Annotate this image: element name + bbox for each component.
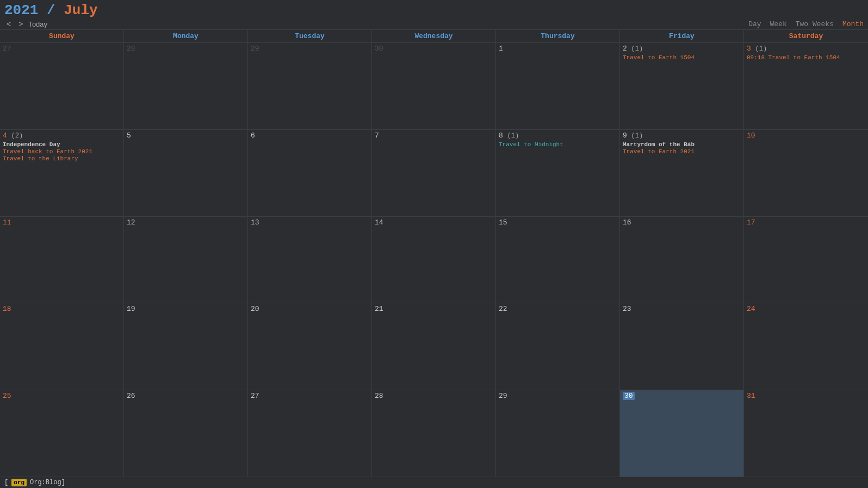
title-year: 2021 — [4, 2, 38, 18]
calendar: Sunday Monday Tuesday Wednesday Thursday… — [0, 29, 868, 477]
day-cell[interactable]: 5 — [124, 130, 248, 216]
day-cell[interactable]: 26 — [124, 390, 248, 477]
view-week[interactable]: Week — [770, 20, 787, 28]
day-cell[interactable]: 16 — [620, 217, 744, 303]
day-cell[interactable]: 24 — [744, 303, 868, 390]
nav-left: < > Today — [4, 20, 47, 28]
day-cell[interactable]: 19 — [124, 303, 248, 390]
day-cell-today[interactable]: 30 — [620, 390, 744, 477]
day-cell[interactable]: 18 — [0, 303, 124, 390]
header: 2021 / July < > Today Day Week Two Weeks… — [0, 0, 868, 29]
day-cell[interactable]: 3 (1) 09:18 Travel to Earth 1504 — [744, 43, 868, 129]
header-saturday: Saturday — [744, 30, 868, 42]
header-friday: Friday — [620, 30, 744, 42]
day-cell[interactable]: 4 (2) Independence Day Travel back to Ea… — [0, 130, 124, 216]
day-cell[interactable]: 28 — [124, 43, 248, 129]
event-item[interactable]: Travel to Midnight — [499, 141, 617, 148]
day-cell[interactable]: 7 — [372, 130, 496, 216]
day-cell[interactable]: 6 — [248, 130, 372, 216]
day-cell[interactable]: 11 — [0, 217, 124, 303]
day-cell[interactable]: 8 (1) Travel to Midnight — [496, 130, 620, 216]
header-thursday: Thursday — [496, 30, 620, 42]
header-sunday: Sunday — [0, 30, 124, 42]
header-tuesday: Tuesday — [248, 30, 372, 42]
day-cell[interactable]: 17 — [744, 217, 868, 303]
today-button[interactable]: Today — [28, 20, 47, 28]
week-row: 18 19 20 21 22 23 24 — [0, 303, 868, 390]
view-switcher: Day Week Two Weeks Month — [748, 20, 864, 28]
bottom-tag: org — [11, 479, 27, 486]
day-cell[interactable]: 12 — [124, 217, 248, 303]
event-item[interactable]: 09:18 Travel to Earth 1504 — [747, 54, 865, 61]
day-cell[interactable]: 27 — [248, 390, 372, 477]
header-wednesday: Wednesday — [372, 30, 496, 42]
day-cell[interactable]: 14 — [372, 217, 496, 303]
event-item[interactable]: Travel to the Library — [3, 155, 121, 162]
event-item[interactable]: Martyrdom of the Báb — [623, 141, 741, 148]
week-row: 27 28 29 30 1 2 (1) Travel to Earth 1504… — [0, 43, 868, 130]
next-button[interactable]: > — [16, 20, 25, 28]
event-item[interactable]: Travel back to Earth 2021 — [3, 148, 121, 155]
event-item[interactable]: Travel to Earth 2021 — [623, 148, 741, 155]
day-cell[interactable]: 29 — [248, 43, 372, 129]
day-cell[interactable]: 1 — [496, 43, 620, 129]
day-cell[interactable]: 10 — [744, 130, 868, 216]
day-cell[interactable]: 9 (1) Martyrdom of the Báb Travel to Ear… — [620, 130, 744, 216]
header-monday: Monday — [124, 30, 248, 42]
title-month: July — [64, 2, 97, 18]
day-cell[interactable]: 20 — [248, 303, 372, 390]
day-cell[interactable]: 15 — [496, 217, 620, 303]
day-cell[interactable]: 27 — [0, 43, 124, 129]
day-cell[interactable]: 13 — [248, 217, 372, 303]
day-cell[interactable]: 29 — [496, 390, 620, 477]
weeks: 27 28 29 30 1 2 (1) Travel to Earth 1504… — [0, 43, 868, 477]
day-cell[interactable]: 25 — [0, 390, 124, 477]
prev-button[interactable]: < — [4, 20, 13, 28]
view-month[interactable]: Month — [842, 20, 864, 28]
day-cell[interactable]: 2 (1) Travel to Earth 1504 — [620, 43, 744, 129]
nav-row: < > Today Day Week Two Weeks Month — [4, 20, 864, 28]
day-cell[interactable]: 28 — [372, 390, 496, 477]
calendar-title: 2021 / July — [4, 2, 864, 18]
day-cell[interactable]: 21 — [372, 303, 496, 390]
week-row: 25 26 27 28 29 30 31 — [0, 390, 868, 477]
event-item[interactable]: Travel to Earth 1504 — [623, 54, 741, 61]
view-day[interactable]: Day — [748, 20, 761, 28]
app: 2021 / July < > Today Day Week Two Weeks… — [0, 0, 868, 488]
day-cell[interactable]: 23 — [620, 303, 744, 390]
day-cell[interactable]: 22 — [496, 303, 620, 390]
title-slash: / — [47, 2, 64, 18]
day-cell[interactable]: 30 — [372, 43, 496, 129]
bottom-label: Org:Blog] — [30, 479, 65, 486]
day-cell[interactable]: 31 — [744, 390, 868, 477]
week-row: 4 (2) Independence Day Travel back to Ea… — [0, 130, 868, 217]
bottom-bar: [ org Org:Blog] — [0, 477, 868, 488]
day-headers: Sunday Monday Tuesday Wednesday Thursday… — [0, 30, 868, 43]
event-item[interactable]: Independence Day — [3, 141, 121, 148]
week-row: 11 12 13 14 15 16 17 — [0, 217, 868, 304]
view-two-weeks[interactable]: Two Weeks — [796, 20, 834, 28]
